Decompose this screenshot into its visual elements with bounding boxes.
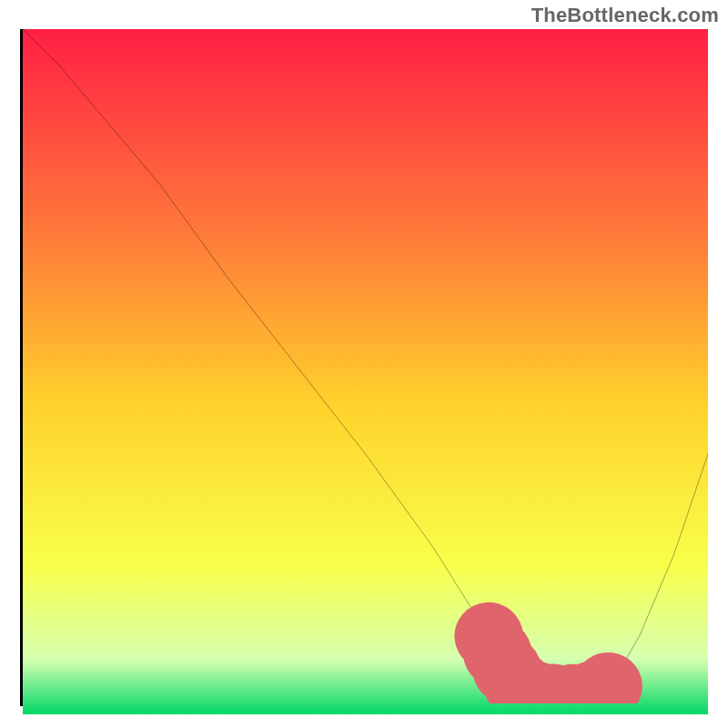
chart-container: TheBottleneck.com: [0, 0, 728, 728]
plot-area: [20, 29, 708, 706]
bottleneck-curve: [23, 29, 708, 698]
curve-layer: [23, 29, 708, 703]
optimal-range-marker: [489, 636, 612, 698]
watermark-label: TheBottleneck.com: [531, 4, 719, 27]
